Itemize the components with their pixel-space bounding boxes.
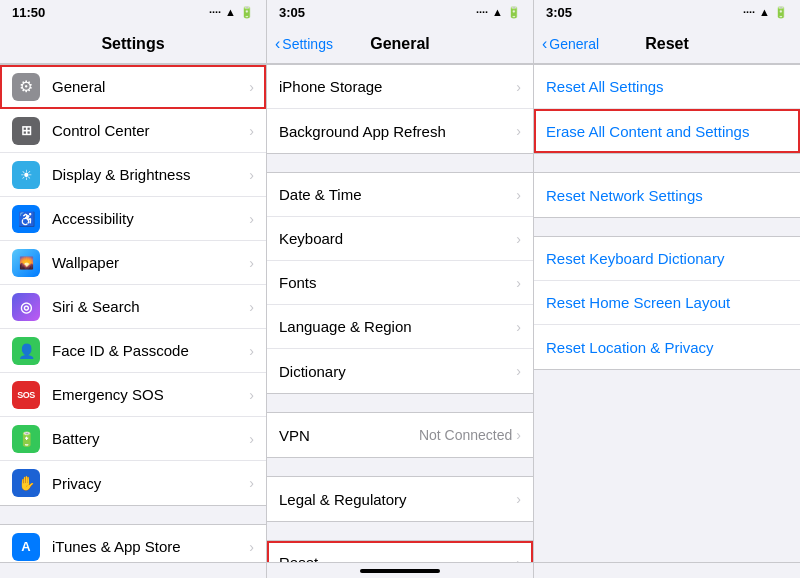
sos-label: Emergency SOS [52, 386, 249, 403]
status-bar-middle: 3:05 ···· ▲ 🔋 [267, 0, 533, 24]
general-item-iphone-storage[interactable]: iPhone Storage › [267, 65, 533, 109]
section-network-reset: Reset Network Settings [534, 172, 800, 218]
reset-item-network[interactable]: Reset Network Settings [534, 173, 800, 217]
sidebar-item-battery[interactable]: 🔋 Battery › [0, 417, 266, 461]
siri-icon: ◎ [12, 293, 40, 321]
nav-title-reset: Reset [645, 35, 689, 53]
nav-bar-general: ‹ Settings General [267, 24, 533, 64]
home-left [0, 563, 267, 578]
signal-icon-middle: ···· [476, 6, 488, 18]
nav-bar-reset: ‹ General Reset [534, 24, 800, 64]
battery-icon-right: 🔋 [774, 6, 788, 19]
control-center-icon: ⊞ [12, 117, 40, 145]
reset-keyboard-label: Reset Keyboard Dictionary [546, 250, 788, 267]
back-label-general: General [549, 36, 599, 52]
reset-item-all-settings[interactable]: Reset All Settings [534, 65, 800, 109]
fonts-label: Fonts [279, 274, 516, 291]
main-panels: 11:50 ···· ▲ 🔋 Settings ⚙ General › ⊞ Co… [0, 0, 800, 562]
sidebar-item-control-center[interactable]: ⊞ Control Center › [0, 109, 266, 153]
sidebar-item-itunes[interactable]: A iTunes & App Store › [0, 525, 266, 562]
general-item-dictionary[interactable]: Dictionary › [267, 349, 533, 393]
sos-icon: SOS [12, 381, 40, 409]
chevron-itunes: › [249, 539, 254, 555]
chevron-battery: › [249, 431, 254, 447]
general-item-legal[interactable]: Legal & Regulatory › [267, 477, 533, 521]
sidebar-item-wallpaper[interactable]: 🌄 Wallpaper › [0, 241, 266, 285]
reset-item-erase-all[interactable]: Erase All Content and Settings [534, 109, 800, 153]
chevron-dict: › [516, 363, 521, 379]
chevron-vpn: › [516, 427, 521, 443]
general-item-language[interactable]: Language & Region › [267, 305, 533, 349]
section-general: ⚙ General › ⊞ Control Center › ☀ Display… [0, 64, 266, 506]
home-indicator [360, 569, 440, 573]
chevron-reset: › [516, 555, 521, 563]
general-item-date-time[interactable]: Date & Time › [267, 173, 533, 217]
sidebar-item-general[interactable]: ⚙ General › [0, 65, 266, 109]
reset-item-location[interactable]: Reset Location & Privacy [534, 325, 800, 369]
sidebar-item-faceid[interactable]: 👤 Face ID & Passcode › [0, 329, 266, 373]
chevron-datetime: › [516, 187, 521, 203]
faceid-icon: 👤 [12, 337, 40, 365]
chevron-bgrefresh: › [516, 123, 521, 139]
settings-list: ⚙ General › ⊞ Control Center › ☀ Display… [0, 64, 266, 562]
display-label: Display & Brightness [52, 166, 249, 183]
sidebar-item-display[interactable]: ☀ Display & Brightness › [0, 153, 266, 197]
reset-location-label: Reset Location & Privacy [546, 339, 788, 356]
vpn-label: VPN [279, 427, 419, 444]
signal-icon-right: ···· [743, 6, 755, 18]
time-left: 11:50 [12, 5, 45, 20]
back-label-settings: Settings [282, 36, 333, 52]
wifi-icon-middle: ▲ [492, 6, 503, 18]
signal-icon-left: ···· [209, 6, 221, 18]
chevron-cc: › [249, 123, 254, 139]
reset-item-keyboard[interactable]: Reset Keyboard Dictionary [534, 237, 800, 281]
status-icons-middle: ···· ▲ 🔋 [476, 6, 521, 19]
display-icon: ☀ [12, 161, 40, 189]
section-reset-main: Reset All Settings Erase All Content and… [534, 64, 800, 154]
reset-item-home-screen[interactable]: Reset Home Screen Layout [534, 281, 800, 325]
chevron-privacy: › [249, 475, 254, 491]
general-item-keyboard[interactable]: Keyboard › [267, 217, 533, 261]
status-icons-right: ···· ▲ 🔋 [743, 6, 788, 19]
general-icon: ⚙ [12, 73, 40, 101]
sidebar-item-siri[interactable]: ◎ Siri & Search › [0, 285, 266, 329]
back-to-general[interactable]: ‹ General [542, 35, 599, 53]
dictionary-label: Dictionary [279, 363, 516, 380]
battery-icon: 🔋 [12, 425, 40, 453]
general-list: iPhone Storage › Background App Refresh … [267, 64, 533, 562]
general-item-reset[interactable]: Reset › [267, 541, 533, 562]
general-label: General [52, 78, 249, 95]
chevron-legal: › [516, 491, 521, 507]
spacer-1 [267, 154, 533, 172]
general-item-vpn[interactable]: VPN Not Connected › [267, 413, 533, 457]
iphone-storage-label: iPhone Storage [279, 78, 516, 95]
privacy-icon: ✋ [12, 469, 40, 497]
bg-refresh-label: Background App Refresh [279, 123, 516, 140]
section-store: A iTunes & App Store › 💳 Wallet & Apple … [0, 524, 266, 562]
sidebar-item-sos[interactable]: SOS Emergency SOS › [0, 373, 266, 417]
privacy-label: Privacy [52, 475, 249, 492]
itunes-label: iTunes & App Store [52, 538, 249, 555]
keyboard-label: Keyboard [279, 230, 516, 247]
legal-label: Legal & Regulatory [279, 491, 516, 508]
chevron-access: › [249, 211, 254, 227]
sidebar-item-privacy[interactable]: ✋ Privacy › [0, 461, 266, 505]
control-center-label: Control Center [52, 122, 249, 139]
accessibility-label: Accessibility [52, 210, 249, 227]
section-reset: Reset › Shut Down [267, 540, 533, 562]
wifi-icon-right: ▲ [759, 6, 770, 18]
panel-general: 3:05 ···· ▲ 🔋 ‹ Settings General iPhone … [267, 0, 534, 562]
faceid-label: Face ID & Passcode [52, 342, 249, 359]
itunes-icon: A [12, 533, 40, 561]
panel-reset: 3:05 ···· ▲ 🔋 ‹ General Reset Reset All … [534, 0, 800, 562]
chevron-sos: › [249, 387, 254, 403]
section-storage: iPhone Storage › Background App Refresh … [267, 64, 533, 154]
spacer-r1 [534, 154, 800, 172]
general-item-fonts[interactable]: Fonts › [267, 261, 533, 305]
vpn-value: Not Connected [419, 427, 512, 443]
back-to-settings[interactable]: ‹ Settings [275, 35, 333, 53]
sidebar-item-accessibility[interactable]: ♿ Accessibility › [0, 197, 266, 241]
chevron-general: › [249, 79, 254, 95]
battery-label: Battery [52, 430, 249, 447]
general-item-bg-refresh[interactable]: Background App Refresh › [267, 109, 533, 153]
